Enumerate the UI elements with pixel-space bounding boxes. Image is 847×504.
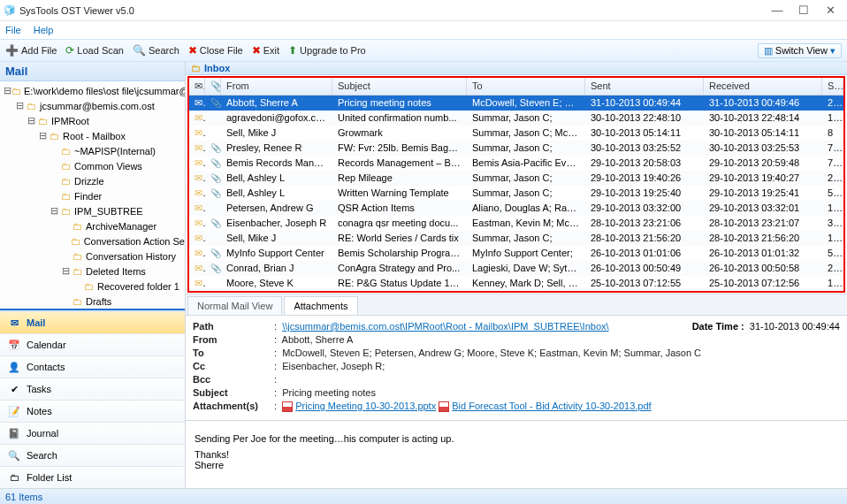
nav-item[interactable]: 📓Journal [0,422,185,444]
tab-attachments[interactable]: Attachments [284,296,357,315]
attachment-icon: 📎 [210,187,221,198]
nav-item[interactable]: ✔Tasks [0,378,185,400]
cell-sent: 29-10-2013 19:40:26 [585,172,704,183]
message-row[interactable]: ✉📎Bemis Records Managemen...Records Mana… [189,156,843,171]
col-from[interactable]: From [221,78,332,95]
col-size[interactable]: Size(KB) [822,78,843,95]
message-row[interactable]: ✉📎Presley, Renee RFW: Fvr: 25lb. Bemis B… [189,141,843,156]
tree-node[interactable]: 🗀Recovered folder 1 [0,279,185,294]
tree-node[interactable]: ⊟🗀jcsummar@bemis.com.ost [0,98,185,113]
attachment-icon: 📎 [210,218,221,228]
tree-node[interactable]: ⊟🗀E:\work\demo files\ost file\jcsummar@b [0,83,185,98]
cell-subject: conagra qsr meeting docu... [332,218,467,228]
message-row[interactable]: ✉agravedoni@gofox.comUnited confirmation… [189,111,843,126]
envelope-icon: ✉ [195,202,205,213]
tree-toggle-icon[interactable]: ⊟ [61,265,71,277]
message-row[interactable]: ✉📎Abbott, Sherre APricing meeting notesM… [189,95,843,111]
nav-item[interactable]: 🗀Folder List [0,466,185,488]
tree-label: Root - Mailbox [63,131,126,141]
from-value: Abbott, Sherre A [282,334,354,345]
nav-label: Calendar [27,340,66,350]
add-file-button[interactable]: ➕Add File [5,45,57,56]
tree-node[interactable]: 🗀Drizzle [0,173,185,188]
nav-label: Tasks [27,384,51,394]
maximize-button[interactable]: ☐ [790,4,817,17]
tree-node[interactable]: 🗀Common Views [0,158,185,173]
tree-node[interactable]: 🗀Drafts [0,294,185,309]
envelope-icon: ✉ [195,233,205,243]
message-row[interactable]: ✉Sell, Mike JRE: World Series / Cards ti… [189,231,843,246]
menu-help[interactable]: Help [34,25,54,35]
upgrade-button[interactable]: ⬆Upgrade to Pro [288,45,366,56]
col-received[interactable]: Received [704,78,822,95]
menu-file[interactable]: File [5,25,21,35]
nav-item[interactable]: 👤Contacts [0,355,185,378]
col-subject[interactable]: Subject [332,78,467,95]
message-row[interactable]: ✉📎Bell, Ashley LWritten Warning Template… [189,186,843,201]
tree-toggle-icon[interactable]: ⊟ [4,85,11,96]
attachment-icon: 📎 [210,142,221,153]
col-attach[interactable]: 📎 [205,78,221,95]
tree-label: Drafts [86,296,111,307]
tree-toggle-icon[interactable]: ⊟ [27,115,36,126]
nav-item[interactable]: 📅Calendar [0,333,185,355]
search-button[interactable]: 🔍Search [133,45,179,56]
close-window-button[interactable]: ✕ [817,4,843,17]
message-row[interactable]: ✉📎Conrad, Brian JConAgra Strategy and Pr… [189,261,843,276]
folder-icon: 🗀 [25,101,37,111]
cell-to: Summar, Jason C; McDowel... [467,127,585,138]
folder-tree[interactable]: ⊟🗀E:\work\demo files\ost file\jcsummar@b… [0,81,185,311]
cell-from: Presley, Renee R [221,142,332,153]
tree-node[interactable]: ⊟🗀Root - Mailbox [0,128,185,143]
message-grid: ✉ 📎 From Subject To Sent Received Size(K… [187,76,845,293]
cell-to: Kenney, Mark D; Sell, Mike ... [467,278,585,288]
tree-node[interactable]: 🗀~MAPISP(Internal) [0,143,185,158]
grid-header[interactable]: ✉ 📎 From Subject To Sent Received Size(K… [189,78,843,95]
cell-sent: 31-10-2013 00:49:44 [585,97,704,108]
message-row[interactable]: ✉📎MyInfo Support CenterBemis Scholarship… [189,246,843,261]
exit-button[interactable]: ✖Exit [252,45,279,56]
cell-received: 29-10-2013 19:25:41 [704,187,822,198]
minimize-button[interactable]: — [764,4,790,17]
cell-sent: 25-10-2013 07:12:55 [585,278,704,288]
tree-node[interactable]: 🗀Finder [0,188,185,203]
cell-size: 2055 [822,97,843,108]
nav-label: Search [27,450,57,461]
tree-toggle-icon[interactable]: ⊟ [38,130,48,141]
switch-view-button[interactable]: ▥ Switch View ▾ [758,43,842,58]
tree-node[interactable]: ⊟🗀Deleted Items [0,263,185,279]
cell-to: Summar, Jason C; [467,142,585,153]
cell-sent: 26-10-2013 01:01:06 [585,248,704,258]
tree-toggle-icon[interactable]: ⊟ [50,205,59,217]
folder-icon: 🗀 [71,251,83,262]
message-row[interactable]: ✉📎Bell, Ashley LRep MileageSummar, Jason… [189,171,843,186]
cell-subject: FW: Fvr: 25lb. Bemis Bags ... [332,142,467,153]
tree-node[interactable]: 🗀ArchiveManager [0,218,185,233]
tree-toggle-icon[interactable]: ⊟ [15,100,25,111]
col-sent[interactable]: Sent [585,78,704,95]
col-to[interactable]: To [467,78,585,95]
message-row[interactable]: ✉📎Eisenbacher, Joseph Rconagra qsr meeti… [189,216,843,231]
cell-size: 11 [822,112,843,123]
load-scan-button[interactable]: ⟳Load Scan [65,45,124,56]
close-file-button[interactable]: ✖Close File [188,45,243,56]
message-row[interactable]: ✉Moore, Steve KRE: P&G Status Update 10-… [189,276,843,291]
tree-node[interactable]: 🗀Conversation Action Se [0,233,185,248]
cell-subject: ConAgra Strategy and Pro... [332,263,467,273]
envelope-icon: ✉ [195,112,205,123]
nav-item[interactable]: ✉Mail [0,311,185,333]
tree-node[interactable]: 🗀Conversation History [0,248,185,263]
tree-node[interactable]: ⊟🗀IPMRoot [0,113,185,128]
tab-normal-mail[interactable]: Normal Mail View [187,296,282,315]
nav-item[interactable]: 📝Notes [0,400,185,422]
nav-icon: ✔ [7,384,21,395]
tree-node[interactable]: ⊟🗀IPM_SUBTREE [0,203,185,218]
attachment-2[interactable]: Bid Forecast Tool - Bid Activity 10-30-2… [452,401,651,411]
path-link[interactable]: \\jcsummar@bemis.com.ost\IPMRoot\Root - … [282,321,608,332]
folder-header: 🗀Inbox [186,62,847,75]
message-row[interactable]: ✉Petersen, Andrew GQSR Action ItemsAlian… [189,201,843,216]
col-icon[interactable]: ✉ [189,78,205,95]
nav-item[interactable]: 🔍Search [0,444,185,466]
message-row[interactable]: ✉Sell, Mike JGrowmarkSummar, Jason C; Mc… [189,126,843,141]
attachment-1[interactable]: Pricing Meeting 10-30-2013.pptx [295,401,436,411]
